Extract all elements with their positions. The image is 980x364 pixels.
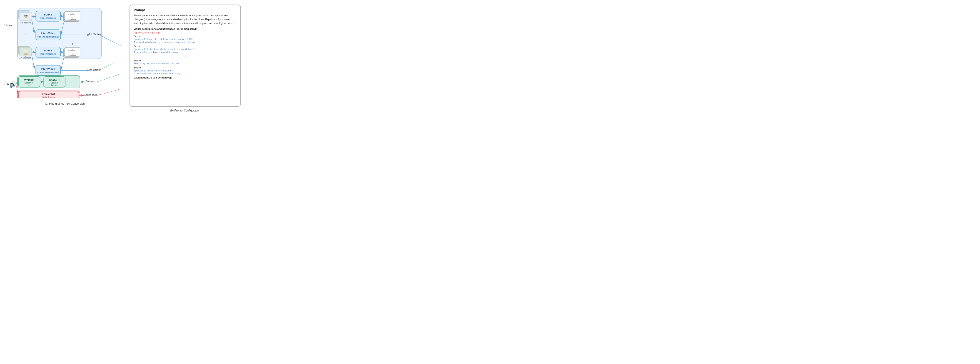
sound-tags-label: Sound Tags: [84, 94, 97, 96]
whisper-sub: Speech-to-: [25, 82, 34, 84]
prompt-body: Please generate an explanation of why a …: [134, 14, 237, 25]
svg-line-51: [97, 89, 121, 95]
svg-point-4: [23, 14, 29, 19]
svg-text:th: th: [93, 68, 95, 70]
efficientat-title: EfficientAT: [42, 93, 56, 95]
svg-line-50: [97, 74, 121, 82]
svg-line-49: [99, 59, 121, 70]
sound-tags-line: (Speech, Panting, Dog): [134, 31, 237, 34]
svg-rect-27: [36, 65, 60, 75]
svg-text:Diarization: Diarization: [50, 84, 59, 86]
blip2-sub-2: Image Captioning: [40, 53, 56, 55]
content-dots: ⋮: [134, 55, 237, 58]
chatgpt-sub: Speaker: [51, 82, 58, 84]
explanation-label: Explanation(Up to 3 sentences):: [134, 76, 237, 79]
chatgpt-title: ChatGPT: [49, 78, 60, 81]
caption3-line: The husky dog eats a flower with his paw…: [134, 62, 237, 65]
blip2-sub-1: Image Captioning: [40, 17, 56, 19]
scene2-label: Scene:: [134, 45, 237, 48]
section-header: Visual descriptions and utterances (chro…: [134, 27, 237, 30]
blip2-title-1: BLIP-2: [44, 13, 52, 16]
caption4-line: A person holding out his thumb to a husk…: [134, 72, 237, 75]
intern-title-1: InternVideo: [41, 32, 55, 35]
svg-text:th: th: [25, 56, 27, 57]
intern-title-2: InternVideo: [41, 67, 55, 70]
svg-rect-25: [36, 47, 60, 57]
scene3-label: Scene:: [134, 59, 237, 62]
caption-card-1-line3: Caption K: [68, 18, 77, 21]
right-panel: Prompt Please generate an explanation of…: [129, 5, 241, 112]
prompt-section: Prompt Please generate an explanation of…: [129, 5, 241, 107]
dialogue-label: Dialogue: [86, 80, 95, 83]
svg-point-5: [24, 15, 25, 17]
speaker2-line: Speaker 1: "Luke, look what you did to t…: [134, 48, 237, 51]
caption-card-2-line2: ...: [72, 52, 73, 54]
left-panel: Video 1st Segment st N Segment th: [5, 5, 125, 112]
svg-rect-13: [24, 53, 28, 55]
speaker1-line: Speaker 1: "Hey Luke, sit. Luke, dandeli…: [134, 38, 237, 40]
svg-line-48: [99, 35, 121, 46]
svg-text:Text: Text: [27, 84, 31, 86]
intern-sub-1: Video-to-Text Retrieval: [37, 35, 59, 38]
caption-card-1-line1: Caption 1: [68, 13, 76, 16]
middle-dots: ⋮: [46, 41, 50, 45]
video-label-text: Video: [5, 24, 11, 27]
whisper-title: Whisper: [24, 78, 35, 81]
caption1-line: A white dog with blue eyes being fed som…: [134, 41, 237, 43]
svg-rect-15: [36, 11, 60, 21]
nth-caption-label: Nth Caption: [89, 69, 101, 71]
svg-text:⋮: ⋮: [71, 41, 74, 45]
caption-card-2-line1: Caption 1: [68, 49, 76, 51]
svg-rect-17: [36, 30, 60, 40]
svg-text:st: st: [94, 32, 95, 35]
caption-card-1-line2: ...: [72, 16, 73, 18]
scene1-label: Scene:: [134, 35, 237, 38]
diagram-area: Video 1st Segment st N Segment th: [5, 5, 125, 112]
speaker4-line: Speaker 1: "AYE! MY DANDELION!": [134, 69, 237, 72]
intern-sub-2: Video-to-Text Retrieval: [37, 71, 59, 73]
svg-point-7: [25, 17, 27, 18]
left-subtitle: (a) Fine-grained Text Conversion: [5, 102, 125, 105]
segment-dots: ⋮: [24, 34, 27, 38]
first-segment-label: 1st Segment: [21, 22, 31, 24]
efficientat-sub: Audio Tagging: [42, 96, 56, 98]
caption2-line: A person feeds a flower to a white husky…: [134, 51, 237, 53]
scene4-label: Scene:: [134, 66, 237, 69]
diagram-svg: Video 1st Segment st N Segment th: [5, 7, 125, 98]
speaker-icon: 🔊: [9, 81, 17, 88]
prompt-title: Prompt: [134, 8, 237, 12]
blip2-title-2: BLIP-2: [44, 49, 52, 52]
svg-point-6: [26, 15, 28, 17]
right-subtitle: (b) Prompt Configuration: [129, 109, 241, 112]
caption-card-2-line3: Caption K: [68, 54, 77, 56]
svg-text:st: st: [24, 21, 25, 23]
